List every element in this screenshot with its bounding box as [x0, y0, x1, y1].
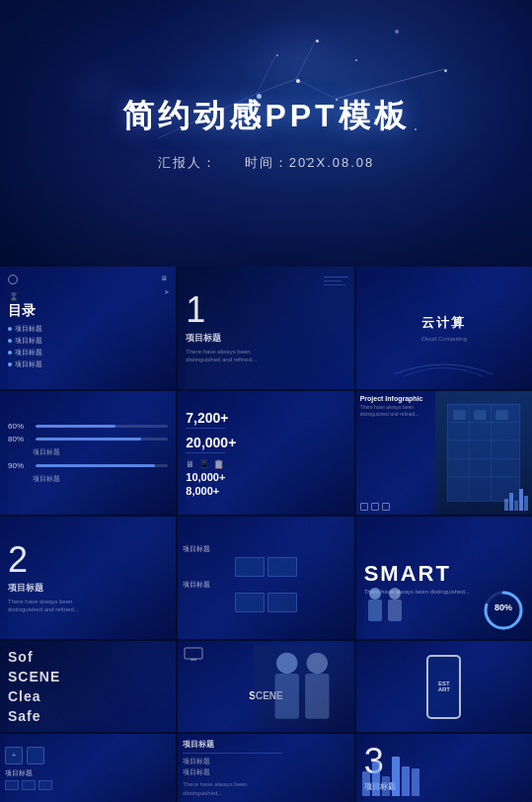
hero-subtitle: 汇报人： 时间：202X.08.08	[158, 154, 375, 172]
menu-item: 项目标题	[8, 348, 168, 358]
vertical-bars	[362, 757, 526, 796]
reporter-label: 汇报人：	[158, 155, 217, 170]
cell-scene-people[interactable]: SCENE	[178, 641, 353, 732]
menu-item: 项目标题	[8, 336, 168, 346]
sof-line-3: Clea	[8, 688, 60, 704]
cloud-title: 云计算	[421, 314, 466, 332]
divider	[186, 452, 225, 453]
bottom-icons	[5, 780, 52, 790]
menu-items: 项目标题 项目标题 项目标题 项目标题	[8, 324, 168, 369]
slide-number-2: 2	[8, 542, 28, 578]
phone-icon: 📱	[198, 459, 209, 469]
slide-thumbnails2	[235, 593, 297, 612]
cell-data-rows[interactable]: 项目标题 项目标题项目标题 There have always beendist…	[178, 734, 353, 802]
tablet-icon: 📋	[213, 459, 224, 469]
time-label: 时间：202X.08.08	[245, 155, 375, 170]
icon-box	[360, 503, 368, 511]
cell-menu[interactable]: ⌛ 🖥 ➤ 目录 项目标题 项目标题 项目标题 项目标题	[0, 267, 176, 389]
slide-title-2: 项目标题	[8, 582, 43, 595]
icon-label: 项目标题	[5, 768, 33, 778]
slide-thumbnails	[235, 557, 297, 577]
cell-sof-text[interactable]: Sof SCENE Clea Safe	[0, 641, 176, 732]
phone-shape: EST ART	[426, 655, 461, 719]
menu-item-label: 项目标题	[15, 324, 42, 334]
percent-row-80: 80%	[8, 435, 168, 443]
percent-fill	[36, 425, 115, 428]
deco-lines	[324, 277, 348, 285]
icon-box	[371, 503, 379, 511]
progress-area: 80%	[483, 590, 524, 631]
menu-item-label: 项目标题	[15, 360, 42, 369]
cell-icon-grid[interactable]: + 项目标题	[0, 734, 176, 802]
data-desc: There have always beendistinguished...	[183, 780, 247, 797]
infographic-text: Project Infographic There have always be…	[360, 395, 441, 418]
menu-item-label: 项目标题	[15, 336, 42, 346]
top-icons: +	[5, 747, 44, 764]
percent-sublabel: 项目标题	[33, 447, 60, 457]
svg-point-25	[276, 653, 297, 674]
icon-box-1: +	[5, 747, 23, 764]
cell-percent[interactable]: 60% 80% 项目标题 90% 项目标题	[0, 391, 176, 514]
svg-rect-16	[495, 411, 507, 421]
svg-rect-18	[368, 600, 382, 621]
art-label: ART	[438, 686, 450, 692]
cell-number-2[interactable]: 2 项目标题 There have always beendistinguish…	[0, 517, 176, 639]
people-scene-svg	[254, 645, 350, 728]
glow-blob	[237, 20, 355, 99]
percent-row-90: 90%	[8, 461, 168, 470]
icon-sm-3	[38, 780, 52, 790]
menu-dot	[8, 339, 12, 343]
svg-rect-14	[453, 411, 465, 421]
hero-section: 简约动感PPT模板 汇报人： 时间：202X.08.08	[0, 0, 532, 267]
arrow-icon: ➤	[164, 288, 170, 296]
hero-title: 简约动感PPT模板	[122, 95, 409, 138]
sof-line-4: Safe	[8, 708, 60, 724]
progress-percent: 80%	[494, 602, 512, 612]
cell-number-1[interactable]: 1 项目标题 There have always beendistinguish…	[178, 267, 353, 389]
cell-smart[interactable]: SMART There have always been distinguish…	[356, 517, 532, 639]
menu-dot	[8, 327, 12, 331]
slide-number: 1	[186, 292, 205, 328]
slide-thumb2	[235, 593, 265, 612]
people-svg	[360, 586, 410, 625]
percent-label: 60%	[8, 422, 33, 431]
counter-8000: 8,000+	[186, 485, 219, 497]
monitor-display	[184, 647, 203, 666]
data-divider	[183, 753, 282, 754]
people-image	[254, 645, 350, 728]
phone-content: EST ART	[438, 681, 450, 692]
counter-7200: 7,200+	[186, 410, 228, 426]
percent-fill	[36, 438, 141, 441]
cell-phone-display[interactable]: EST ART	[356, 641, 532, 732]
icon-sm-2	[22, 780, 36, 790]
svg-rect-28	[305, 674, 329, 719]
svg-rect-23	[185, 648, 202, 659]
divider	[186, 428, 225, 429]
slide-thumb	[235, 557, 265, 577]
cell-infographic[interactable]: Project Infographic There have always be…	[356, 391, 532, 514]
svg-point-19	[389, 588, 401, 600]
hourglass-icon: ⌛	[9, 292, 19, 301]
cell-number-3[interactable]: 3 项目标题	[356, 734, 532, 802]
menu-dot	[8, 362, 12, 366]
sof-lines: Sof SCENE Clea Safe	[8, 649, 60, 724]
svg-rect-24	[190, 659, 196, 661]
menu-item: 项目标题	[8, 360, 168, 369]
menu-item: 项目标题	[8, 324, 168, 334]
monitor-icon: 🖥	[161, 275, 168, 281]
sof-line-1: Sof	[8, 649, 60, 665]
smart-title: SMART	[364, 561, 451, 587]
cell-slides-preview[interactable]: 项目标题 项目标题	[178, 517, 353, 639]
cell-cloud[interactable]: 云计算 Cloud Computing	[356, 267, 532, 389]
slide-thumb	[267, 557, 297, 577]
percent-sublabel2: 项目标题	[33, 474, 60, 484]
slides-label2: 项目标题	[183, 580, 210, 590]
icon-box-2	[27, 747, 44, 764]
gear-icon	[8, 275, 18, 284]
data-title-1: 项目标题	[183, 739, 214, 750]
icon-sm-1	[5, 780, 19, 790]
percent-label: 90%	[8, 461, 33, 470]
svg-rect-20	[388, 600, 402, 621]
svg-point-17	[369, 588, 381, 600]
cell-counters[interactable]: 7,200+ 20,000+ 🖥 📱 📋 10,000+ 8,000+	[178, 391, 353, 514]
